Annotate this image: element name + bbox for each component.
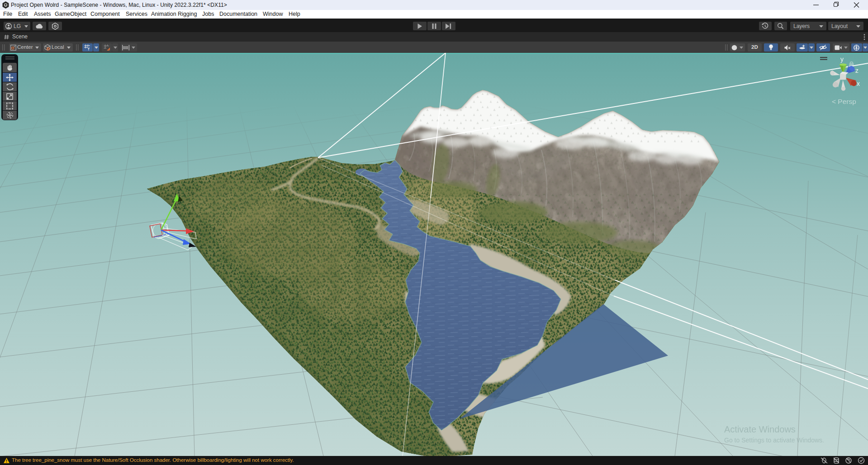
svg-text:Go to Settings to activate Win: Go to Settings to activate Windows. [724, 437, 824, 444]
svg-text:Activate Windows: Activate Windows [724, 424, 796, 434]
svg-text:x: x [857, 80, 860, 87]
svg-text:z: z [855, 67, 859, 74]
svg-text:y: y [840, 56, 844, 63]
svg-text:< Persp: < Persp [832, 98, 856, 105]
